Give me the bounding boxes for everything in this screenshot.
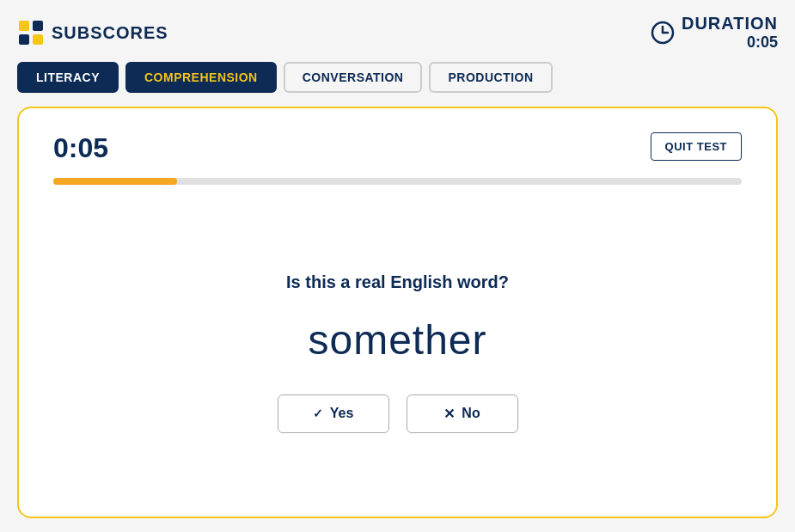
subscores-logo: SUBSCORES xyxy=(17,19,168,46)
app-container: SUBSCORES DURATION 0:05 LITERACY COMPREH… xyxy=(0,0,795,532)
svg-rect-2 xyxy=(19,34,29,45)
duration-info: DURATION 0:05 xyxy=(682,14,778,52)
top-bar: SUBSCORES DURATION 0:05 xyxy=(17,14,778,52)
logo-icon xyxy=(17,19,45,46)
quit-test-button[interactable]: QUIT TEST xyxy=(651,132,742,161)
question-area: Is this a real English word? somether ✓ … xyxy=(53,219,742,486)
duration-label: DURATION xyxy=(682,14,778,34)
main-card: 0:05 QUIT TEST Is this a real English wo… xyxy=(17,107,778,518)
x-icon: ✕ xyxy=(443,406,455,422)
tab-literacy[interactable]: LITERACY xyxy=(17,62,119,93)
clock-icon xyxy=(651,21,675,45)
card-top: 0:05 QUIT TEST xyxy=(53,132,742,164)
duration-value: 0:05 xyxy=(682,34,778,52)
word-display: somether xyxy=(308,316,486,364)
card-timer: 0:05 xyxy=(53,132,108,164)
progress-bar-container xyxy=(53,178,742,185)
no-button[interactable]: ✕ No xyxy=(407,394,518,433)
svg-rect-3 xyxy=(33,34,43,45)
svg-rect-1 xyxy=(33,21,43,31)
tab-comprehension[interactable]: COMPREHENSION xyxy=(125,62,277,93)
yes-label: Yes xyxy=(330,406,354,421)
answer-buttons: ✓ Yes ✕ No xyxy=(278,394,518,433)
tab-production[interactable]: PRODUCTION xyxy=(429,62,552,93)
tabs-bar: LITERACY COMPREHENSION CONVERSATION PROD… xyxy=(17,62,778,93)
question-text: Is this a real English word? xyxy=(286,272,509,292)
subscores-title: SUBSCORES xyxy=(52,23,168,43)
duration-section: DURATION 0:05 xyxy=(651,14,778,52)
tab-conversation[interactable]: CONVERSATION xyxy=(284,62,423,93)
yes-button[interactable]: ✓ Yes xyxy=(278,394,389,433)
check-icon: ✓ xyxy=(313,407,323,420)
svg-rect-0 xyxy=(19,21,29,31)
no-label: No xyxy=(462,406,480,421)
progress-bar-fill xyxy=(53,178,177,185)
